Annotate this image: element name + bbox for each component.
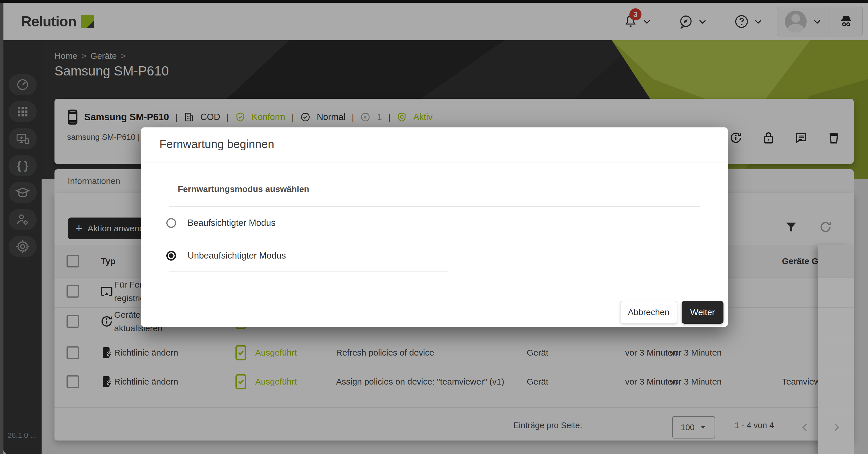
radio-selected-icon[interactable] [166,251,176,261]
option-unsupervised-label: Unbeaufsichtigter Modus [188,251,286,261]
option-supervised-mode[interactable]: Beaufsichtigter Modus [166,218,276,228]
dialog-title: Fernwartung beginnen [159,138,274,151]
remote-maintenance-dialog: Fernwartung beginnen Fernwartungsmodus a… [141,127,728,327]
option-unsupervised-mode[interactable]: Unbeaufsichtigter Modus [166,251,286,261]
next-button[interactable]: Weiter [682,301,723,324]
option-supervised-label: Beaufsichtigter Modus [188,218,276,228]
dialog-header-divider [141,162,728,163]
mode-section-label: Fernwartungsmodus auswählen [178,184,309,194]
cancel-button[interactable]: Abbrechen [620,301,677,324]
radio-unselected-icon[interactable] [166,218,176,228]
